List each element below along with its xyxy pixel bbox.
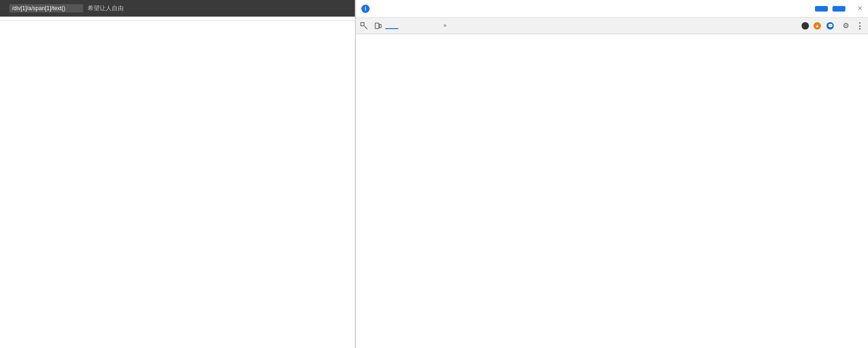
tab-sources[interactable] bbox=[413, 23, 426, 29]
left-panel: 希望让人自由 bbox=[0, 0, 355, 348]
tab-elements[interactable] bbox=[385, 23, 398, 29]
svg-rect-1 bbox=[375, 23, 379, 29]
more-options-button[interactable]: ⋮ bbox=[853, 19, 866, 32]
warning-badge: ▲ bbox=[814, 22, 821, 30]
error-badge bbox=[802, 22, 809, 30]
settings-button[interactable]: ⚙ bbox=[839, 19, 852, 32]
devtools-toolbar: » ▲ 💬 ⚙ ⋮ bbox=[356, 18, 868, 34]
devtools-panel: i × » ▲ 💬 ⚙ ⋮ bbox=[355, 0, 868, 348]
device-toolbar-button[interactable] bbox=[371, 19, 384, 32]
dom-tree[interactable] bbox=[356, 34, 868, 348]
devtools-notification: i × bbox=[356, 0, 868, 18]
close-notification-button[interactable]: × bbox=[857, 4, 862, 13]
info-icon: i bbox=[361, 5, 370, 13]
query-bar: 希望让人自由 bbox=[0, 0, 355, 17]
tab-console[interactable] bbox=[399, 23, 412, 29]
info-badge: 💬 bbox=[826, 22, 834, 30]
movie-list[interactable] bbox=[0, 21, 355, 339]
inspect-element-button[interactable] bbox=[358, 19, 371, 32]
tab-network[interactable] bbox=[427, 23, 440, 29]
svg-rect-0 bbox=[361, 23, 364, 26]
query-input[interactable] bbox=[9, 4, 83, 12]
breadcrumb bbox=[0, 17, 355, 21]
query-title: 希望让人自由 bbox=[88, 4, 124, 12]
switch-devtools-button[interactable] bbox=[832, 6, 845, 12]
match-language-button[interactable] bbox=[815, 6, 828, 12]
svg-rect-2 bbox=[379, 24, 381, 28]
tab-more[interactable]: » bbox=[441, 20, 449, 31]
